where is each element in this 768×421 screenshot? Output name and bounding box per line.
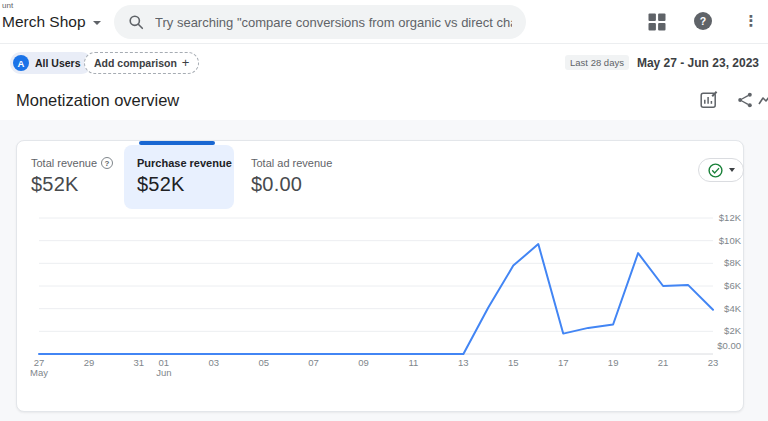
date-preset-badge: Last 28 days [565, 55, 629, 70]
customize-report-icon[interactable] [700, 90, 719, 113]
monetization-card: Total revenue ? $52K Purchase revenue $5… [16, 140, 744, 412]
svg-text:$12K: $12K [719, 212, 742, 223]
share-icon[interactable] [737, 92, 753, 112]
svg-text:$4K: $4K [724, 303, 742, 314]
help-glyph: ? [700, 15, 706, 27]
revenue-chart[interactable]: $12K$10K$8K$6K$4K$2K$0.0027May293101Jun0… [17, 141, 745, 411]
svg-text:09: 09 [358, 357, 369, 368]
svg-text:03: 03 [208, 357, 219, 368]
property-name: Merch Shop [2, 13, 86, 31]
svg-text:05: 05 [258, 357, 269, 368]
add-comparison-label: Add comparison [94, 57, 177, 69]
kebab-menu-icon[interactable]: ⋮ [744, 11, 758, 31]
report-header: Monetization overview [0, 80, 768, 120]
account-label: unt [2, 1, 13, 10]
svg-text:21: 21 [658, 357, 669, 368]
search-icon [128, 14, 144, 30]
svg-text:17: 17 [558, 357, 569, 368]
date-range-text: May 27 - Jun 23, 2023 [637, 56, 759, 70]
svg-text:11: 11 [409, 357, 419, 368]
search-input[interactable] [155, 15, 512, 30]
comparison-bar: A All Users Add comparison + Last 28 day… [0, 45, 768, 80]
svg-text:07: 07 [308, 357, 319, 368]
svg-text:Jun: Jun [156, 367, 171, 378]
svg-text:$10K: $10K [719, 235, 742, 246]
add-comparison-button[interactable]: Add comparison + [84, 52, 199, 74]
svg-text:31: 31 [134, 357, 145, 368]
chevron-down-icon [93, 21, 101, 25]
page-title: Monetization overview [16, 91, 179, 110]
svg-text:23: 23 [708, 357, 719, 368]
svg-text:$2K: $2K [724, 325, 742, 336]
kebab-glyph: ⋮ [744, 12, 759, 30]
property-switcher[interactable]: Merch Shop [2, 13, 101, 31]
svg-text:19: 19 [608, 357, 619, 368]
analytics-screen: unt Merch Shop ? ⋮ A All Users Add compa… [0, 0, 768, 421]
svg-text:29: 29 [84, 357, 95, 368]
search-bar[interactable] [114, 5, 526, 39]
svg-text:$8K: $8K [724, 257, 742, 268]
segment-avatar: A [13, 55, 29, 71]
svg-text:$0.00: $0.00 [717, 340, 741, 351]
help-icon[interactable]: ? [694, 12, 712, 30]
insights-icon-partial[interactable] [758, 91, 768, 111]
svg-text:15: 15 [508, 357, 519, 368]
apps-grid-icon[interactable] [648, 13, 666, 31]
svg-text:$6K: $6K [724, 280, 742, 291]
app-bar: unt Merch Shop ? ⋮ [0, 0, 768, 44]
svg-text:13: 13 [458, 357, 469, 368]
plus-icon: + [182, 55, 190, 70]
date-range-picker[interactable]: Last 28 days May 27 - Jun 23, 2023 [565, 55, 759, 70]
segment-label: All Users [35, 57, 81, 69]
segment-chip-all-users[interactable]: A All Users [10, 52, 92, 74]
svg-text:May: May [30, 367, 48, 378]
